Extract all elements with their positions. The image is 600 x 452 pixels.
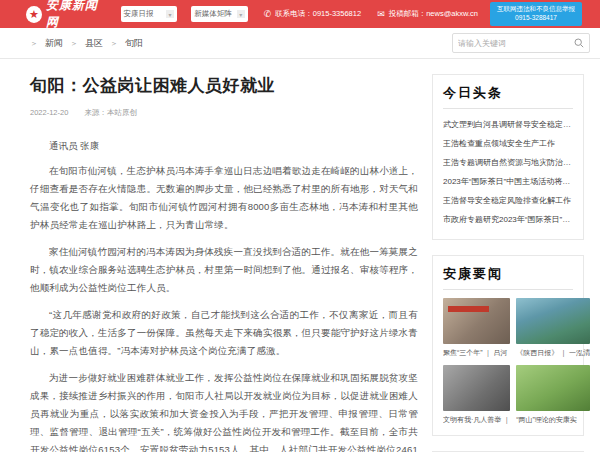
search-box: [452, 33, 590, 53]
contact-phone: ✆ 联系电话：0915-3356812: [264, 9, 361, 19]
breadcrumb-news[interactable]: 新闻: [45, 37, 63, 50]
news-thumbnail: [516, 365, 590, 411]
article: 旬阳：公益岗让困难人员好就业 2022-12-20 来源：本站原创 通讯员 张康…: [30, 59, 432, 452]
contact-mail: ✉ 投稿邮箱：news@akxw.cn: [377, 9, 478, 19]
article-meta: 2022-12-20 来源：本站原创: [30, 108, 418, 118]
headline-link[interactable]: 2023年“国际茶日”中国主场活动将于5月: [443, 172, 573, 191]
todays-headlines-box: 今日头条 武文罡到白河县调研督导安全稳定等工作 王浩检查重点领域安全生产工作 王…: [432, 74, 584, 240]
news-grid: 聚焦“三个年” ｜ 吕河 《陕西日报》 ｜ 一泓清 文明有我·凡人善举 ｜ “两…: [443, 298, 573, 425]
news-caption: 《陕西日报》 ｜ 一泓清: [516, 348, 590, 358]
sidebar: 今日头条 武文罡到白河县调研督导安全稳定等工作 王浩检查重点领域安全生产工作 王…: [432, 59, 584, 452]
news-caption: 聚焦“三个年” ｜ 吕河: [443, 348, 510, 358]
logo-star-icon: ★: [26, 6, 42, 23]
site-logo[interactable]: ★ 安康新闻网: [26, 0, 107, 31]
search-input[interactable]: [458, 39, 570, 48]
article-paragraph: 在旬阳市仙河镇，生态护林员冯本涛手拿巡山日志边唱着歌边走在崎岖的山林小道上，仔细…: [30, 162, 418, 234]
header-bar: ★ 安康新闻网 安康日报 ▾ 新媒体矩阵 ▾ ✆ 联系电话：0915-33568…: [0, 0, 600, 28]
breadcrumb-xunyang[interactable]: 旬阳: [125, 37, 143, 50]
news-thumbnail: [443, 298, 510, 344]
breadcrumb-county[interactable]: 县区: [85, 37, 103, 50]
headline-link[interactable]: 武文罡到白河县调研督导安全稳定等工作: [443, 115, 573, 134]
breadcrumb-arrow: ＞: [110, 38, 118, 49]
mail-icon: ✉: [377, 9, 385, 19]
headline-link[interactable]: 市政府专题研究2023年“国际茶日”中国主: [443, 210, 573, 229]
headline-link[interactable]: 王浩专题调研自然资源与地灾防治工作: [443, 153, 573, 172]
article-paragraph: “这几年感谢党和政府的好政策，自己才能找到这么合适的工作，不仅离家近，而且有了稳…: [30, 306, 418, 360]
media-select-value: 新媒体矩阵: [194, 9, 232, 19]
headline-link[interactable]: 王浩督导安全稳定风险排查化解工作: [443, 191, 573, 210]
ankang-news-title: 安康要闻: [443, 265, 573, 290]
breadcrumb-bar: ＞ 新闻 ＞ 县区 ＞ 旬阳: [0, 28, 600, 59]
paper-select[interactable]: 安康日报 ▾: [121, 6, 178, 22]
ankang-news-box: 安康要闻 聚焦“三个年” ｜ 吕河 《陕西日报》 ｜ 一泓清 文明有我·凡人善举…: [432, 255, 584, 436]
report-line2: 0915-3288417: [497, 14, 575, 23]
news-card[interactable]: 文明有我·凡人善举 ｜: [443, 365, 510, 425]
search-icon[interactable]: [574, 38, 584, 48]
news-caption: “两山”理论的安康实: [516, 415, 590, 425]
breadcrumb-arrow: ＞: [30, 38, 38, 49]
headline-link[interactable]: 王浩检查重点领域安全生产工作: [443, 134, 573, 153]
report-line1: 互联网违法和不良信息举报: [497, 5, 575, 14]
todays-headlines-title: 今日头条: [443, 84, 573, 109]
article-title: 旬阳：公益岗让困难人员好就业: [30, 74, 418, 97]
chevron-down-icon: ▾: [166, 10, 174, 18]
news-caption: 文明有我·凡人善举 ｜: [443, 415, 510, 425]
news-card[interactable]: 聚焦“三个年” ｜ 吕河: [443, 298, 510, 358]
article-paragraph: 为进一步做好就业困难群体就业工作，发挥公益性岗位在保障就业和巩固拓展脱贫攻坚成果…: [30, 369, 418, 452]
article-paragraph: 家住仙河镇竹园河村的冯本涛因为身体残疾一直没找到合适的工作。就在他一筹莫展之时，…: [30, 243, 418, 297]
main-content: 旬阳：公益岗让困难人员好就业 2022-12-20 来源：本站原创 通讯员 张康…: [0, 59, 600, 452]
headlines-list: 武文罡到白河县调研督导安全稳定等工作 王浩检查重点领域安全生产工作 王浩专题调研…: [443, 115, 573, 229]
paper-select-value: 安康日报: [124, 9, 154, 19]
media-select[interactable]: 新媒体矩阵 ▾: [191, 6, 248, 22]
article-source: 来源：本站原创: [84, 108, 137, 118]
logo-text: 安康新闻网: [46, 0, 107, 31]
article-byline: 通讯员 张康: [30, 140, 418, 153]
report-button[interactable]: 互联网违法和不良信息举报 0915-3288417: [490, 2, 582, 26]
phone-icon: ✆: [264, 9, 272, 19]
phone-label: 联系电话：0915-3356812: [275, 9, 361, 19]
news-card[interactable]: 《陕西日报》 ｜ 一泓清: [516, 298, 590, 358]
page: ★ 安康新闻网 安康日报 ▾ 新媒体矩阵 ▾ ✆ 联系电话：0915-33568…: [0, 0, 600, 452]
chevron-down-icon: ▾: [237, 10, 245, 18]
news-thumbnail: [516, 298, 590, 344]
news-thumbnail: [443, 365, 510, 411]
mail-label: 投稿邮箱：news@akxw.cn: [389, 9, 478, 19]
breadcrumb-arrow: ＞: [70, 38, 78, 49]
breadcrumb: ＞ 新闻 ＞ 县区 ＞ 旬阳: [30, 37, 143, 50]
news-card[interactable]: “两山”理论的安康实: [516, 365, 590, 425]
article-date: 2022-12-20: [30, 108, 68, 118]
